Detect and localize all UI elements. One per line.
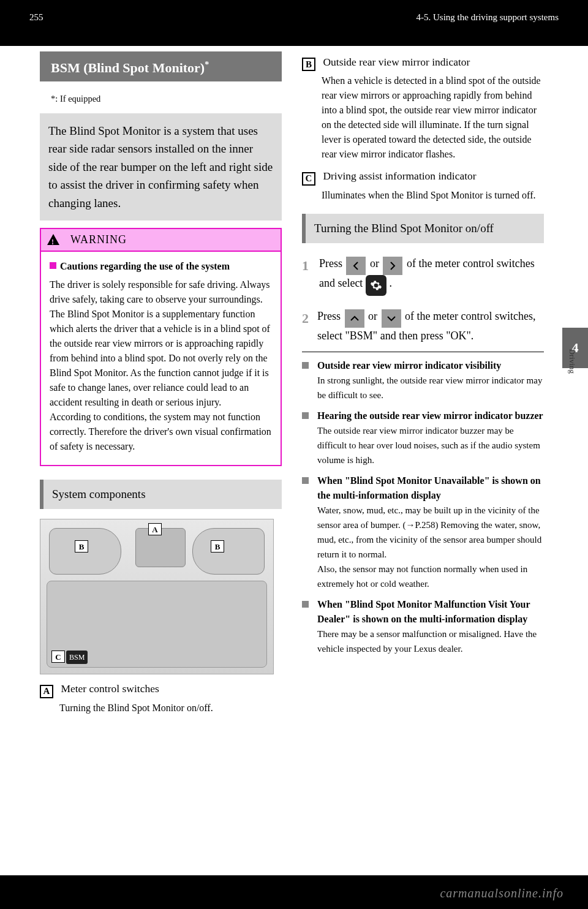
right-arrow-button[interactable]: [383, 257, 402, 275]
note4-heading: When "Blind Spot Monitor Malfunction Vis…: [317, 599, 530, 624]
header-page-number: 255: [29, 12, 43, 23]
warning-box: WARNING Cautions regarding the use of th…: [40, 228, 282, 466]
divider-rule: [302, 352, 544, 352]
component-C-desc: Illuminates when the Blind Spot Monitor …: [322, 188, 544, 203]
note-4: When "Blind Spot Monitor Malfunction Vis…: [302, 597, 544, 656]
component-B-desc: When a vehicle is detected in a blind sp…: [322, 74, 544, 162]
footer-watermark: carmanualsonline.info: [440, 886, 564, 900]
note-1: Outside rear view mirror indicator visib…: [302, 358, 544, 402]
warning-heading: Cautions regarding the use of the system: [60, 261, 230, 271]
feature-title-box: BSM (Blind Spot Monitor)*: [40, 51, 282, 81]
letter-box-C: C: [302, 172, 315, 186]
note3-body: Water, snow, mud, etc., may be built up …: [317, 505, 541, 559]
settings-gear-icon[interactable]: [366, 275, 386, 296]
gray-bullet-icon: [302, 601, 309, 608]
left-column: BSM (Blind Spot Monitor)* *: If equipped…: [40, 51, 282, 715]
component-B-title: Outside rear view mirror indicator: [323, 56, 470, 68]
component-C: C Driving assist information indicator I…: [302, 168, 544, 202]
note3-body2: Also, the sensor may not function normal…: [317, 564, 527, 589]
top-rule: [29, 28, 559, 29]
warning-label-text: WARNING: [70, 232, 127, 248]
note-2: Hearing the outside rear view mirror ind…: [302, 409, 544, 467]
warning-triangle-icon: [47, 234, 59, 245]
letter-box-B: B: [302, 58, 315, 71]
step1-text-b: or: [370, 257, 379, 270]
note1-body: In strong sunlight, the outside rear vie…: [317, 375, 542, 400]
step-1: 1 Press or of the meter control switches…: [302, 255, 544, 296]
note-3: When "Blind Spot Monitor Unavailable" is…: [302, 473, 544, 591]
down-arrow-button[interactable]: [382, 309, 401, 328]
system-components-heading: System components: [40, 480, 282, 510]
figure-bsm-badge: BSM: [66, 651, 88, 664]
step2-text-b: or: [368, 310, 377, 322]
up-arrow-button[interactable]: [345, 309, 364, 328]
header-section-title: 4-5. Using the driving support systems: [417, 12, 559, 23]
step-2: 2 Press or of the meter control switches…: [302, 308, 544, 344]
intro-description-box: The Blind Spot Monitor is a system that …: [40, 113, 282, 221]
component-A: A Meter control switches Turning the Bli…: [40, 681, 282, 715]
warning-body-text: The driver is solely responsible for saf…: [50, 277, 272, 454]
component-A-title: Meter control switches: [61, 682, 159, 695]
note2-body: The outside rear view mirror indicator b…: [317, 426, 540, 465]
system-components-figure: A B B C BSM: [40, 519, 274, 674]
turning-onoff-heading: Turning the Blind Spot Monitor on/off: [302, 214, 544, 244]
gray-bullet-icon: [302, 362, 309, 369]
figure-label-B-left: B: [75, 540, 88, 553]
component-C-title: Driving assist information indicator: [323, 170, 476, 182]
right-column: B Outside rear view mirror indicator Whe…: [302, 51, 544, 656]
warning-header: WARNING: [41, 229, 281, 252]
feature-title-asterisk: *: [205, 60, 209, 69]
step-2-number: 2: [302, 308, 309, 344]
note2-heading: Hearing the outside rear view mirror ind…: [317, 410, 543, 421]
step1-text-d: .: [389, 277, 392, 289]
figure-label-A: A: [148, 523, 162, 535]
magenta-bullet-icon: [50, 262, 56, 269]
figure-label-B-right: B: [211, 540, 224, 553]
gray-bullet-icon: [302, 477, 309, 484]
step2-text-a: Press: [317, 310, 341, 322]
feature-title-text: BSM (Blind Spot Monitor): [51, 60, 205, 75]
note3-heading: When "Blind Spot Monitor Unavailable" is…: [317, 475, 541, 500]
warning-body: Cautions regarding the use of the system…: [41, 252, 281, 465]
letter-box-A: A: [40, 685, 53, 698]
figure-label-C: C: [51, 651, 65, 663]
page-header: 255 4-5. Using the driving support syste…: [29, 12, 559, 23]
component-A-desc: Turning the Blind Spot Monitor on/off.: [59, 701, 282, 715]
note4-body: There may be a sensor malfunction or mis…: [317, 629, 537, 654]
left-arrow-button[interactable]: [346, 257, 366, 275]
step1-text-a: Press: [319, 257, 342, 270]
chapter-side-label: Driving: [567, 349, 577, 374]
if-equipped-note: *: If equipped: [51, 92, 282, 106]
step-1-number: 1: [302, 255, 311, 296]
gray-bullet-icon: [302, 412, 309, 419]
component-B: B Outside rear view mirror indicator Whe…: [302, 54, 544, 162]
top-black-bar: [0, 0, 588, 46]
note1-heading: Outside rear view mirror indicator visib…: [317, 360, 501, 371]
